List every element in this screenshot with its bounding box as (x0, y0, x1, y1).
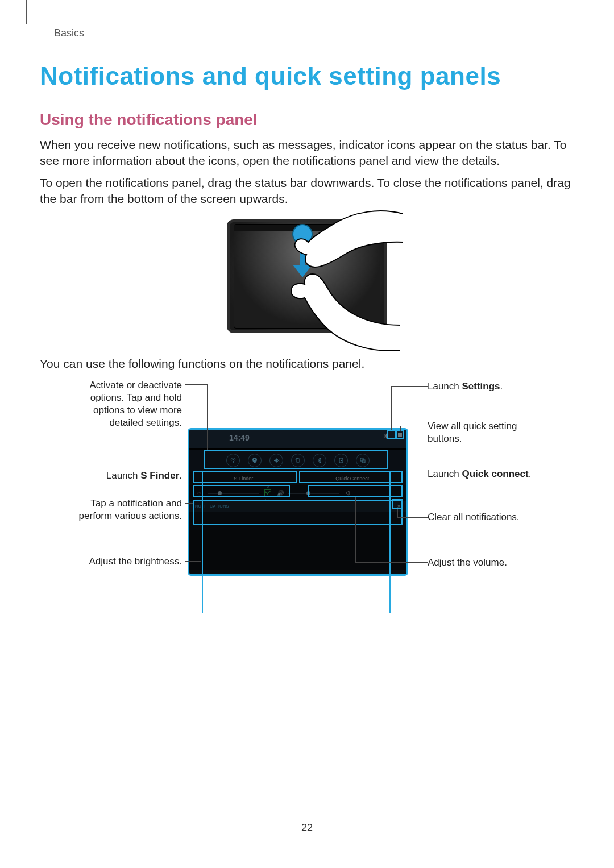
page-number: 22 (0, 822, 614, 834)
leader-line (404, 426, 428, 426)
callout-volume: Adjust the volume. (428, 556, 550, 569)
callout-settings: Launch Settings. (428, 380, 550, 393)
callout-view-all: View all quick setting buttons. (428, 420, 550, 445)
panel-clock: 14:49 (229, 433, 250, 442)
callout-brightness: Adjust the brightness. (60, 555, 182, 568)
notifications-label: NOTIFICATIONS (195, 504, 229, 508)
leader-line (403, 476, 428, 476)
breadcrumb: Basics (54, 27, 560, 39)
leader-line (391, 386, 396, 387)
callout-notification-tap: Tap a notification and perform various a… (60, 497, 182, 522)
paragraph: You can use the following functions on t… (40, 356, 574, 372)
bluetooth-icon (313, 454, 326, 467)
rotation-icon (291, 454, 305, 467)
volume-settings-icon: ⚙ (345, 490, 351, 496)
figure-annotated-panel: 14:49 ✻ (40, 379, 574, 601)
paragraph: To open the notifications panel, drag th… (40, 175, 574, 207)
auto-brightness-label: Auto (264, 499, 271, 502)
svg-rect-4 (296, 459, 300, 462)
sound-icon (269, 454, 283, 467)
leader-line (355, 562, 391, 563)
hand-illustration (287, 271, 400, 356)
paragraph: When you receive new notifications, such… (40, 137, 574, 169)
crop-mark (26, 0, 37, 24)
leader-line (400, 426, 401, 431)
leader-line (400, 426, 404, 426)
wifi-icon (226, 454, 240, 467)
leader-line (397, 509, 398, 517)
leader-line (185, 476, 193, 476)
leader-line (185, 503, 193, 504)
leader-line (207, 384, 208, 450)
volume-icon: 🔊 (277, 490, 283, 496)
brightness-value: 0 (264, 484, 271, 488)
volume-slider (288, 493, 339, 494)
sfinder-button: S Finder (189, 472, 298, 485)
callout-sfinder: Launch S Finder. (60, 470, 182, 482)
leader-line (355, 497, 356, 562)
svg-point-0 (233, 462, 234, 463)
callout-quick-connect: Launch Quick connect. (428, 468, 550, 480)
multiwindow-icon (356, 454, 370, 467)
notifications-panel: 14:49 ✻ (188, 428, 408, 576)
sync-icon (334, 454, 348, 467)
grid-icon (394, 432, 403, 441)
location-icon (248, 454, 262, 467)
leader-line (391, 562, 428, 563)
leader-line (185, 561, 201, 562)
page-title: Notifications and quick setting panels (40, 62, 574, 90)
brightness-slider (208, 493, 259, 494)
settings-icon: ✻ (381, 432, 391, 441)
section-heading: Using the notifications panel (40, 111, 574, 129)
leader-line (185, 384, 208, 385)
leader-line (201, 491, 201, 561)
leader-line (396, 386, 428, 387)
figure-drag-gesture: 10:00 (40, 219, 574, 333)
notification-item (189, 512, 406, 530)
leader-line (391, 386, 392, 430)
svg-point-1 (254, 459, 255, 460)
leader-line (397, 517, 403, 518)
leader-line (403, 517, 428, 518)
callout-activate-options: Activate or deactivate options. Tap and … (60, 379, 182, 429)
callout-clear-all: Clear all notifications. (428, 511, 550, 524)
auto-brightness-checkbox (264, 489, 271, 496)
quickconnect-button: Quick Connect (298, 472, 407, 485)
